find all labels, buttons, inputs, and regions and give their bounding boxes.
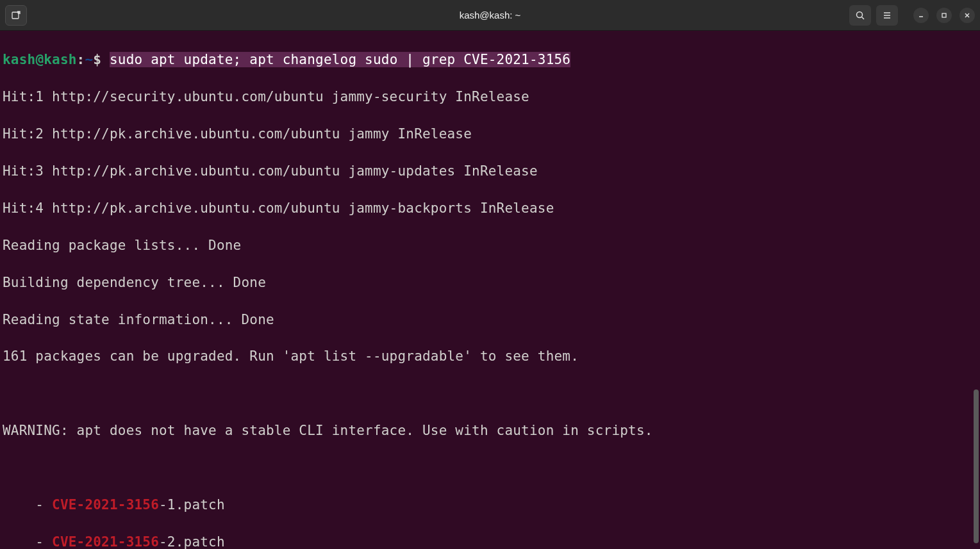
grep-line: - CVE-2021-3156-2.patch bbox=[3, 533, 977, 549]
output-upgradable: 161 packages can be upgraded. Run 'apt l… bbox=[3, 347, 977, 366]
scrollbar[interactable] bbox=[972, 31, 980, 549]
cve-match: CVE-2021-3156 bbox=[52, 497, 159, 512]
new-tab-icon bbox=[11, 10, 21, 20]
output-hit: Hit:3 http://pk.archive.ubuntu.com/ubunt… bbox=[3, 162, 977, 181]
window-controls bbox=[913, 8, 975, 23]
prompt-colon: : bbox=[77, 52, 85, 67]
minimize-button[interactable] bbox=[913, 8, 929, 23]
search-button[interactable] bbox=[849, 5, 871, 26]
output-reading-lists: Reading package lists... Done bbox=[3, 236, 977, 255]
output-hit: Hit:4 http://pk.archive.ubuntu.com/ubunt… bbox=[3, 199, 977, 218]
close-button[interactable] bbox=[959, 8, 975, 23]
close-icon bbox=[964, 12, 970, 19]
maximize-icon bbox=[941, 12, 947, 19]
prompt-path: ~ bbox=[85, 52, 93, 67]
empty-line bbox=[3, 459, 977, 477]
output-hit: Hit:1 http://security.ubuntu.com/ubuntu … bbox=[3, 88, 977, 106]
prompt-line: kash@kash:~$ sudo apt update; apt change… bbox=[3, 51, 977, 69]
command-text: sudo apt update; apt changelog sudo | gr… bbox=[110, 52, 570, 67]
prompt-dollar: $ bbox=[93, 52, 101, 67]
search-icon bbox=[855, 10, 865, 20]
output-warning: WARNING: apt does not have a stable CLI … bbox=[3, 422, 977, 440]
terminal-content[interactable]: kash@kash:~$ sudo apt update; apt change… bbox=[0, 31, 980, 549]
empty-line bbox=[3, 384, 977, 403]
new-tab-button[interactable] bbox=[5, 5, 27, 26]
window-title: kash@kash: ~ bbox=[328, 10, 651, 20]
svg-line-2 bbox=[861, 17, 864, 19]
prompt-at: @ bbox=[35, 52, 44, 67]
scrollbar-thumb[interactable] bbox=[974, 389, 979, 543]
menu-button[interactable] bbox=[876, 5, 898, 26]
hamburger-icon bbox=[882, 10, 892, 20]
prompt-host: kash bbox=[44, 52, 76, 67]
svg-point-1 bbox=[856, 12, 862, 17]
minimize-icon bbox=[918, 12, 924, 19]
titlebar-left bbox=[5, 5, 328, 26]
cve-match: CVE-2021-3156 bbox=[52, 534, 159, 549]
output-building-tree: Building dependency tree... Done bbox=[3, 274, 977, 292]
maximize-button[interactable] bbox=[936, 8, 952, 23]
svg-rect-7 bbox=[942, 13, 946, 17]
output-reading-state: Reading state information... Done bbox=[3, 311, 977, 329]
grep-line: - CVE-2021-3156-1.patch bbox=[3, 496, 977, 514]
prompt-user: kash bbox=[3, 52, 35, 67]
titlebar: kash@kash: ~ bbox=[0, 0, 980, 31]
titlebar-right bbox=[652, 5, 975, 26]
output-hit: Hit:2 http://pk.archive.ubuntu.com/ubunt… bbox=[3, 125, 977, 143]
